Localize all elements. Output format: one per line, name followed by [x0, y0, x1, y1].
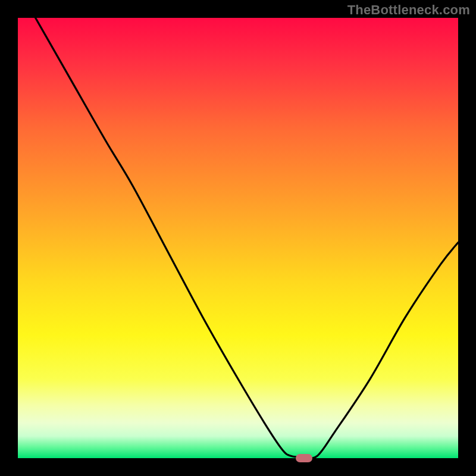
plot-area	[18, 18, 458, 458]
chart-frame: TheBottleneck.com	[0, 0, 476, 476]
watermark-text: TheBottleneck.com	[347, 2, 470, 18]
bottleneck-curve	[18, 18, 458, 458]
minimum-marker	[296, 454, 312, 462]
